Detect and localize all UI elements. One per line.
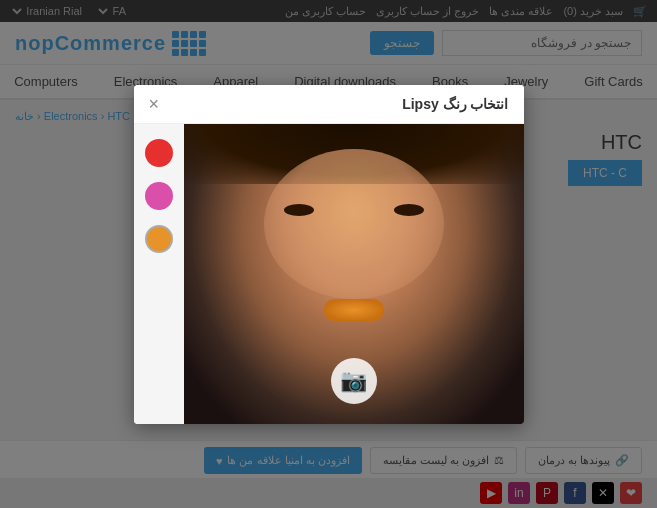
color-swatch-pink[interactable] <box>145 182 173 210</box>
modal-title: انتخاب رنگ Lipsy <box>402 96 508 112</box>
camera-button[interactable]: 📷 <box>331 358 377 404</box>
modal-header: انتخاب رنگ Lipsy × <box>134 85 524 124</box>
color-swatch-orange[interactable] <box>145 225 173 253</box>
modal-overlay: انتخاب رنگ Lipsy × <box>0 0 657 508</box>
modal-close-button[interactable]: × <box>149 95 160 113</box>
color-swatch-red[interactable] <box>145 139 173 167</box>
lipsy-color-modal: انتخاب رنگ Lipsy × <box>134 85 524 424</box>
modal-body: 📷 <box>134 124 524 424</box>
lipsy-preview-image: 📷 <box>184 124 524 424</box>
color-swatches <box>134 124 184 424</box>
